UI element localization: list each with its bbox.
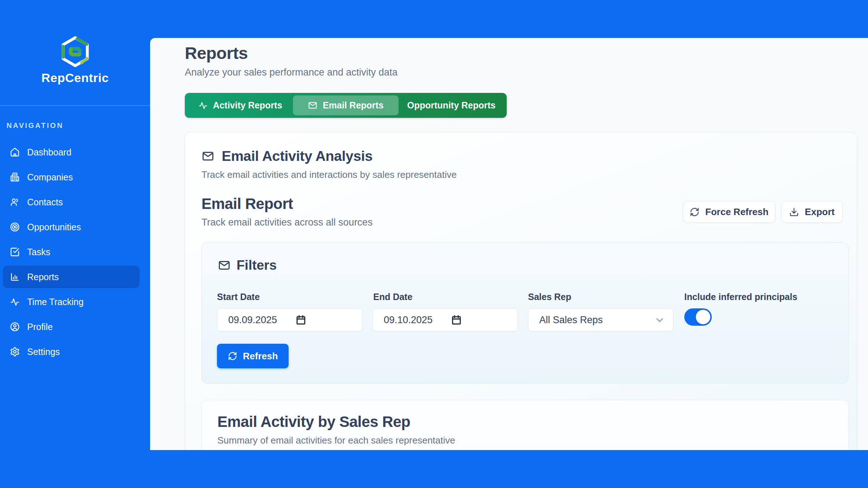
app-logo[interactable]: RepCentric [0, 35, 150, 85]
tab-email-reports[interactable]: Email Reports [293, 95, 399, 115]
email-activity-analysis-heading: Email Activity Analysis [201, 148, 373, 164]
check-square-icon [10, 247, 20, 257]
section-subtitle: Track email activities and interactions … [201, 169, 457, 180]
tab-label: Email Reports [323, 100, 383, 111]
end-date-value: 09.10.2025 [384, 314, 433, 326]
page-title: Reports [185, 43, 248, 63]
start-date-value: 09.09.2025 [228, 314, 277, 326]
sidebar: RepCentric NAVIGATION Dashboard Companie… [0, 0, 150, 488]
repcentric-logo-icon [59, 35, 91, 69]
chevron-down-icon [654, 314, 665, 325]
start-date-label: Start Date [217, 292, 260, 302]
home-icon [10, 147, 20, 157]
tab-label: Activity Reports [213, 100, 282, 111]
calendar-icon[interactable] [451, 314, 462, 325]
mail-icon [308, 100, 318, 110]
section-title: Email Activity Analysis [222, 148, 373, 164]
button-label: Force Refresh [705, 206, 769, 218]
sidebar-item-label: Opportunities [27, 222, 81, 232]
sidebar-item-dashboard[interactable]: Dashboard [3, 141, 140, 163]
toggle-knob [696, 310, 710, 324]
app-name: RepCentric [0, 71, 150, 85]
mail-icon [201, 150, 214, 163]
report-tabs: Activity Reports Email Reports Opportuni… [185, 93, 507, 118]
building-icon [10, 172, 20, 182]
sidebar-item-contacts[interactable]: Contacts [3, 191, 140, 213]
sidebar-item-label: Profile [27, 322, 53, 332]
email-report-title: Email Report [201, 195, 293, 213]
results-title: Email Activity by Sales Rep [217, 413, 410, 431]
user-circle-icon [10, 322, 20, 332]
button-label: Export [805, 206, 834, 218]
email-report-subtitle: Track email activities across all source… [201, 217, 373, 228]
email-activity-by-rep-card: Email Activity by Sales Rep Summary of e… [201, 400, 848, 450]
filters-title: Filters [237, 258, 277, 273]
sidebar-item-label: Tasks [27, 247, 50, 257]
end-date-label: End Date [373, 292, 412, 302]
sidebar-item-companies[interactable]: Companies [3, 166, 140, 188]
refresh-icon [690, 207, 699, 217]
sidebar-item-settings[interactable]: Settings [3, 341, 140, 363]
sidebar-item-label: Reports [27, 272, 59, 282]
sidebar-item-tasks[interactable]: Tasks [3, 241, 140, 263]
sidebar-divider [0, 105, 150, 106]
download-icon [789, 207, 799, 217]
button-label: Refresh [243, 351, 278, 362]
gear-icon [10, 347, 20, 357]
tab-activity-reports[interactable]: Activity Reports [187, 95, 293, 115]
refresh-button[interactable]: Refresh [217, 344, 289, 368]
email-activity-analysis-card: Email Activity Analysis Track email acti… [185, 132, 857, 450]
results-subtitle: Summary of email activities for each sal… [217, 435, 455, 446]
start-date-input[interactable]: 09.09.2025 [217, 308, 362, 331]
sales-rep-value: All Sales Reps [539, 314, 603, 326]
end-date-input[interactable]: 09.10.2025 [373, 308, 518, 331]
activity-icon [198, 100, 208, 110]
sidebar-item-label: Dashboard [27, 147, 71, 158]
export-button[interactable]: Export [781, 201, 843, 223]
tab-opportunity-reports[interactable]: Opportunity Reports [399, 95, 504, 115]
calendar-icon[interactable] [295, 314, 306, 325]
include-inferred-toggle[interactable] [684, 308, 712, 326]
main-content-panel: Reports Analyze your sales performance a… [150, 38, 868, 450]
sidebar-item-reports[interactable]: Reports [3, 266, 140, 288]
sales-rep-select[interactable]: All Sales Reps [528, 308, 673, 331]
page-subtitle: Analyze your sales performance and activ… [185, 67, 397, 78]
sidebar-item-label: Contacts [27, 197, 63, 207]
sidebar-item-label: Companies [27, 172, 73, 183]
nav-list: Dashboard Companies Contacts Opportuniti… [0, 141, 150, 365]
filters-heading: Filters [218, 258, 277, 273]
bar-chart-icon [10, 272, 20, 282]
nav-section-label: NAVIGATION [7, 121, 64, 130]
target-icon [10, 222, 20, 232]
sidebar-item-label: Time Tracking [27, 297, 84, 307]
activity-icon [10, 297, 20, 307]
sidebar-item-time-tracking[interactable]: Time Tracking [3, 291, 140, 313]
users-icon [10, 197, 20, 207]
force-refresh-button[interactable]: Force Refresh [683, 201, 775, 223]
sidebar-item-label: Settings [27, 347, 60, 357]
include-inferred-label: Include inferred principals [684, 292, 797, 302]
sales-rep-label: Sales Rep [528, 292, 571, 302]
mail-icon [218, 259, 231, 272]
tab-label: Opportunity Reports [407, 100, 495, 111]
sidebar-item-profile[interactable]: Profile [3, 316, 140, 338]
filters-panel: Filters Start Date End Date Sales Rep In… [201, 242, 848, 384]
refresh-icon [228, 351, 237, 361]
sidebar-item-opportunities[interactable]: Opportunities [3, 216, 140, 238]
